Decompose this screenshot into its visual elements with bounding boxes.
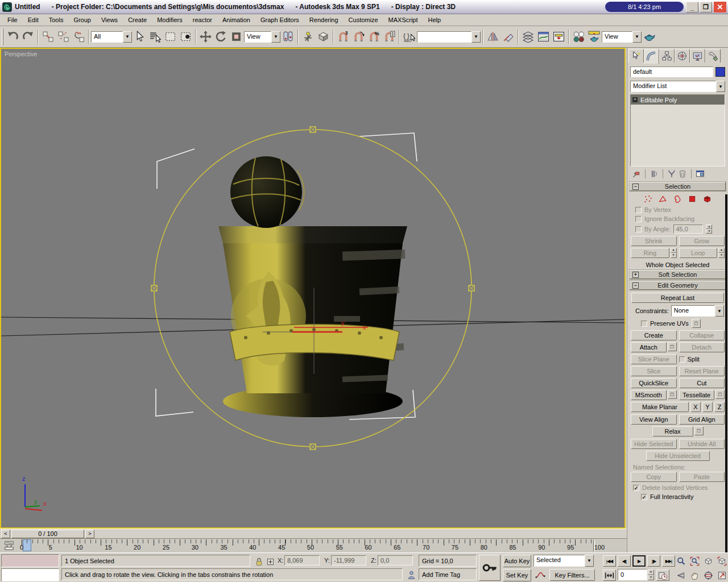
reference-coordinate-dropdown[interactable]: View ▼ [244, 31, 280, 43]
menu-item[interactable]: Tools [44, 15, 69, 25]
make-planar-button[interactable]: Make Planar [631, 402, 689, 412]
menu-item[interactable]: File [2, 15, 23, 25]
menu-item[interactable]: Graph Editors [255, 15, 304, 25]
spinner-snap-toggle-icon[interactable] [382, 29, 397, 44]
angle-snap-toggle-icon[interactable] [351, 29, 366, 44]
shrink-button[interactable]: Shrink [631, 236, 677, 246]
align-icon[interactable] [500, 29, 516, 44]
collapse-icon[interactable]: − [632, 184, 639, 190]
notifications-icon[interactable] [405, 569, 417, 580]
detach-button[interactable]: Detach [679, 342, 725, 352]
previous-frame-arrow[interactable]: < [1, 530, 10, 538]
layer-manager-icon[interactable] [520, 29, 536, 44]
repeat-last-button[interactable]: Repeat Last [631, 293, 724, 303]
selection-lock-icon[interactable] [253, 556, 265, 567]
minimize-button[interactable]: _ [686, 2, 698, 13]
chevron-down-icon[interactable]: ▼ [471, 31, 481, 43]
element-mode-icon[interactable] [702, 194, 712, 204]
window-crossing-toggle-icon[interactable] [178, 29, 193, 44]
msmooth-button[interactable]: MSmooth [631, 390, 667, 400]
key-mode-toggle-icon[interactable] [603, 569, 616, 581]
border-mode-icon[interactable] [673, 194, 682, 204]
viewport-scene[interactable]: y x z y x [1, 49, 624, 527]
frame-spinner[interactable]: ▲▼ [648, 569, 654, 580]
toolbar-grip[interactable] [2, 28, 3, 45]
by-angle-field[interactable]: 45,0 [673, 225, 703, 234]
tab-utilities[interactable] [705, 49, 721, 63]
menu-item[interactable]: Create [123, 15, 152, 25]
preserve-uvs-settings-icon[interactable]: □ [692, 319, 701, 328]
rollout-soft-selection[interactable]: + Soft Selection [630, 270, 726, 279]
chevron-down-icon[interactable]: ▼ [632, 31, 642, 43]
named-selection-dropdown[interactable]: ▼ [417, 31, 481, 43]
track-bar[interactable]: 0510152025303540455055606570758085909510… [0, 538, 627, 552]
grow-button[interactable]: Grow [679, 236, 725, 246]
chevron-down-icon[interactable]: ▼ [716, 81, 725, 92]
maxscript-listener[interactable] [1, 568, 59, 581]
reset-plane-button[interactable]: Reset Plane [679, 366, 725, 376]
tab-motion[interactable] [675, 49, 690, 63]
by-angle-checkbox[interactable] [635, 226, 642, 232]
pan-icon[interactable] [688, 569, 701, 581]
selection-filter-dropdown[interactable]: All ▼ [91, 31, 132, 43]
attach-button[interactable]: Attach [631, 342, 667, 352]
set-keys-icon[interactable] [479, 555, 500, 581]
menu-item[interactable]: Modifiers [152, 15, 188, 25]
menu-item[interactable]: Customize [344, 15, 383, 25]
unhide-all-button[interactable]: Unhide All [679, 439, 725, 449]
ring-spinner[interactable]: ▲▼ [671, 248, 677, 258]
object-name-field[interactable]: default [630, 66, 713, 77]
time-configuration-icon[interactable] [656, 569, 669, 581]
view-align-button[interactable]: View Align [631, 414, 677, 425]
maximize-viewport-icon[interactable] [715, 569, 728, 581]
copy-button[interactable]: Copy [631, 472, 677, 482]
play-button[interactable]: ▶ [632, 555, 646, 567]
use-pivot-point-center-icon[interactable] [280, 29, 296, 44]
hide-unselected-button[interactable]: Hide Unselected [646, 451, 710, 461]
create-button[interactable]: Create [631, 330, 677, 340]
restore-button[interactable]: ❐ [700, 2, 712, 13]
remove-modifier-icon[interactable] [678, 169, 687, 178]
zoom-all-icon[interactable] [688, 555, 701, 567]
chevron-down-icon[interactable]: ▼ [271, 31, 280, 43]
edit-named-selection-sets-icon[interactable] [402, 29, 417, 44]
chevron-down-icon[interactable]: ▼ [123, 31, 132, 43]
chevron-down-icon[interactable]: ▼ [715, 305, 724, 317]
modifier-stack[interactable]: + Editable Poly [630, 94, 725, 167]
collapse-button[interactable]: Collapse [679, 330, 725, 340]
go-to-start-button[interactable]: |◀◀ [603, 555, 616, 567]
pin-stack-icon[interactable] [632, 169, 641, 178]
expand-icon[interactable]: + [632, 272, 639, 278]
menu-item[interactable]: MAXScript [383, 15, 423, 25]
collapse-icon[interactable]: − [632, 282, 639, 289]
loop-button[interactable]: Loop [679, 248, 718, 258]
menu-item[interactable]: Group [68, 15, 96, 25]
maxscript-macro-recorder[interactable] [1, 554, 59, 567]
select-and-link-icon[interactable] [40, 29, 56, 44]
select-and-rotate-icon[interactable] [213, 29, 229, 44]
relax-button[interactable]: Relax [652, 426, 693, 436]
chevron-down-icon[interactable]: ▼ [585, 555, 594, 567]
render-type-dropdown[interactable]: View ▼ [602, 31, 642, 43]
rectangular-selection-region-icon[interactable] [163, 29, 178, 44]
attach-settings-icon[interactable]: □ [668, 342, 677, 351]
ignore-backfacing-checkbox[interactable] [635, 216, 642, 222]
render-scene-icon[interactable] [586, 29, 602, 44]
configure-modifier-sets-icon[interactable] [696, 169, 705, 178]
select-object-icon[interactable] [132, 29, 147, 44]
next-frame-arrow[interactable]: > [85, 530, 94, 538]
make-planar-x-button[interactable]: X [690, 402, 701, 412]
x-coord-field[interactable]: 8,069 [284, 555, 320, 566]
loop-spinner[interactable]: ▲▼ [718, 248, 725, 258]
viewport-label[interactable]: Perspective [5, 51, 37, 57]
menu-item[interactable]: reactor [188, 15, 217, 25]
make-planar-y-button[interactable]: Y [702, 402, 713, 412]
menu-item[interactable]: Views [96, 15, 123, 25]
redo-icon[interactable] [20, 29, 36, 44]
menu-item[interactable]: Help [423, 15, 446, 25]
select-and-move-icon[interactable] [198, 29, 213, 44]
undo-icon[interactable] [5, 29, 20, 44]
default-tangents-icon[interactable] [533, 569, 547, 581]
by-vertex-checkbox[interactable] [635, 207, 642, 213]
full-interactivity-checkbox[interactable]: ✓ [641, 494, 647, 500]
